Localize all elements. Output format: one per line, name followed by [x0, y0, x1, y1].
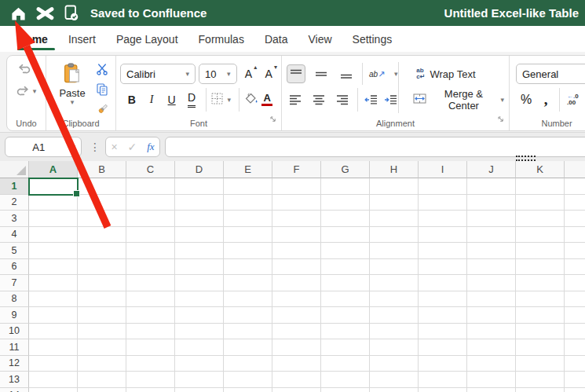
cell-K7[interactable]: [516, 275, 565, 291]
cell-J13[interactable]: [467, 372, 516, 388]
cell-I9[interactable]: [419, 307, 467, 324]
increase-decimal-button[interactable]: ←.0 .00: [567, 93, 579, 106]
cell-I4[interactable]: [419, 227, 467, 244]
cell-D10[interactable]: [175, 324, 224, 340]
cell-D8[interactable]: [175, 291, 224, 308]
cell-G8[interactable]: [321, 291, 370, 308]
cell-F11[interactable]: [272, 339, 321, 356]
cell-H14[interactable]: [370, 388, 419, 392]
cell-C1[interactable]: [126, 178, 175, 195]
column-header-J[interactable]: J: [467, 161, 516, 178]
cell-I6[interactable]: [419, 259, 467, 276]
row-header-13[interactable]: 13: [0, 372, 29, 388]
cell-E10[interactable]: [224, 324, 272, 340]
increase-indent-button[interactable]: [384, 94, 397, 105]
cell-D9[interactable]: [175, 307, 224, 324]
cell-H7[interactable]: [370, 275, 419, 291]
cell-H13[interactable]: [370, 372, 419, 388]
cell-E8[interactable]: [224, 291, 272, 308]
cell-C6[interactable]: [126, 259, 175, 276]
cell-B13[interactable]: [78, 372, 126, 388]
cell-I14[interactable]: [419, 388, 467, 392]
cell-D3[interactable]: [175, 211, 224, 227]
cell-filler-2[interactable]: [565, 195, 585, 211]
row-header-2[interactable]: 2: [0, 195, 29, 211]
cell-G1[interactable]: [321, 178, 370, 195]
cell-J7[interactable]: [467, 275, 516, 291]
cell-F9[interactable]: [272, 307, 321, 324]
orientation-button[interactable]: ab↗: [369, 69, 385, 79]
cell-J4[interactable]: [467, 227, 516, 244]
row-header-7[interactable]: 7: [0, 275, 29, 291]
cell-A12[interactable]: [29, 356, 78, 372]
increase-font-size-button[interactable]: A ▴: [240, 64, 258, 83]
cell-F13[interactable]: [272, 372, 321, 388]
cell-G3[interactable]: [321, 211, 370, 227]
font-size-select[interactable]: 10 ▾: [199, 64, 237, 84]
cell-K9[interactable]: [516, 307, 565, 324]
cell-I2[interactable]: [419, 195, 467, 211]
cell-E11[interactable]: [224, 339, 272, 356]
row-header-14[interactable]: 14: [0, 388, 29, 392]
cell-A10[interactable]: [29, 324, 78, 340]
alignment-dialog-launcher-icon[interactable]: [498, 112, 505, 126]
align-bottom-button[interactable]: [337, 64, 356, 83]
cell-G11[interactable]: [321, 339, 370, 356]
column-header-I[interactable]: I: [419, 161, 467, 178]
font-color-button[interactable]: A: [260, 93, 276, 106]
align-left-button[interactable]: [287, 90, 304, 109]
cell-B3[interactable]: [78, 211, 126, 227]
cell-J9[interactable]: [467, 307, 516, 324]
cell-E12[interactable]: [224, 356, 272, 372]
cell-C4[interactable]: [126, 227, 175, 244]
cell-I1[interactable]: [419, 178, 467, 195]
column-header-F[interactable]: F: [272, 161, 321, 178]
font-dialog-launcher-icon[interactable]: [270, 112, 277, 126]
cell-filler-13[interactable]: [565, 372, 585, 388]
cell-H11[interactable]: [370, 339, 419, 356]
cell-E9[interactable]: [224, 307, 272, 324]
row-header-11[interactable]: 11: [0, 339, 29, 356]
cell-K5[interactable]: [516, 243, 565, 259]
double-underline-button[interactable]: D: [182, 90, 200, 109]
cell-G5[interactable]: [321, 243, 370, 259]
column-header-E[interactable]: E: [224, 161, 272, 178]
column-header-filler[interactable]: [565, 161, 585, 178]
cell-D2[interactable]: [175, 195, 224, 211]
cell-C13[interactable]: [126, 372, 175, 388]
cell-F5[interactable]: [272, 243, 321, 259]
row-header-4[interactable]: 4: [0, 227, 29, 244]
cell-filler-14[interactable]: [565, 388, 585, 392]
select-all-corner[interactable]: [0, 161, 29, 178]
cell-filler-3[interactable]: [565, 211, 585, 227]
tab-settings[interactable]: Settings: [342, 26, 403, 52]
cell-F7[interactable]: [272, 275, 321, 291]
cell-D5[interactable]: [175, 243, 224, 259]
column-header-C[interactable]: C: [126, 161, 175, 178]
cell-I12[interactable]: [419, 356, 467, 372]
cell-G4[interactable]: [321, 227, 370, 244]
column-header-B[interactable]: B: [78, 161, 126, 178]
cell-C11[interactable]: [126, 339, 175, 356]
cell-B4[interactable]: [78, 227, 126, 244]
cell-K6[interactable]: [516, 259, 565, 276]
cell-filler-7[interactable]: [565, 275, 585, 291]
cell-E13[interactable]: [224, 372, 272, 388]
confluence-x-icon[interactable]: [35, 4, 54, 23]
cell-H9[interactable]: [370, 307, 419, 324]
borders-caret-button[interactable]: ▾: [225, 97, 234, 104]
cell-A13[interactable]: [29, 372, 78, 388]
cell-A7[interactable]: [29, 275, 78, 291]
cell-C14[interactable]: [126, 388, 175, 392]
cell-B5[interactable]: [78, 243, 126, 259]
format-painter-button[interactable]: [95, 104, 108, 119]
cell-J1[interactable]: [467, 178, 516, 195]
borders-button[interactable]: [211, 93, 223, 107]
row-header-9[interactable]: 9: [0, 307, 29, 324]
cell-K10[interactable]: [516, 324, 565, 340]
cell-filler-4[interactable]: [565, 227, 585, 244]
cell-J10[interactable]: [467, 324, 516, 340]
cell-C12[interactable]: [126, 356, 175, 372]
cell-J6[interactable]: [467, 259, 516, 276]
row-header-6[interactable]: 6: [0, 259, 29, 276]
